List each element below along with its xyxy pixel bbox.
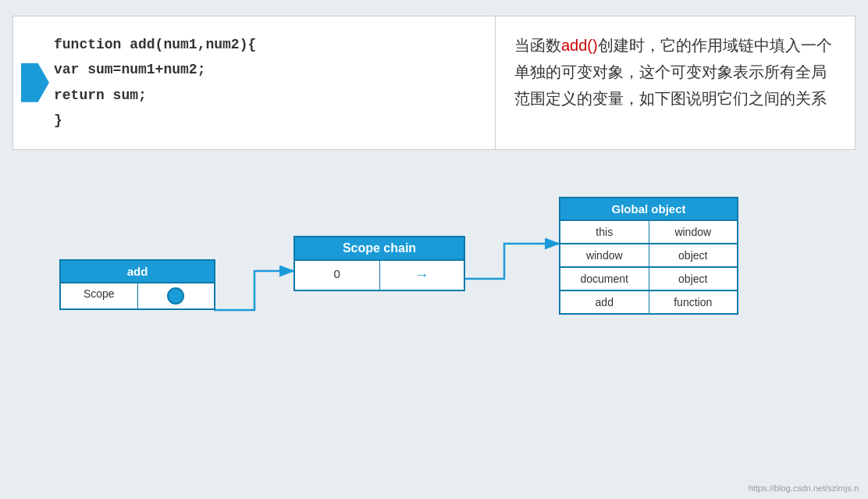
add-box-header: add [59, 259, 215, 283]
code-line-2: var sum=num1+num2; [54, 57, 256, 82]
global-row-4: add function [559, 291, 738, 315]
global-cell-this: this [560, 221, 649, 243]
scope-chain-arrow-icon: → [414, 267, 429, 283]
global-object-box: Global object this window window object … [559, 197, 738, 315]
diagram-section: add Scope Scope chain 0 → Global object [12, 173, 856, 408]
global-cell-window: window [649, 221, 738, 243]
scope-chain-index: 0 [295, 261, 380, 290]
add-box-row: Scope [59, 283, 215, 310]
top-section: function add(num1,num2){ var sum=num1+nu… [12, 16, 856, 150]
global-cell-document: document [560, 268, 649, 290]
scope-chain-header: Scope chain [293, 236, 465, 261]
watermark: https://blog.csdn.net/szimjs.n [749, 483, 859, 493]
global-cell-add: add [560, 291, 649, 313]
global-cell-window-key: window [560, 244, 649, 266]
add-function-box: add Scope [59, 259, 215, 310]
highlight-add: add() [561, 37, 598, 54]
global-row-1: this window [559, 221, 738, 244]
global-row-3: document object [559, 268, 738, 291]
code-line-4: } [54, 108, 256, 133]
global-row-2: window object [559, 244, 738, 268]
global-cell-object-2: object [649, 268, 738, 290]
scope-chain-box: Scope chain 0 → [293, 236, 465, 291]
scope-circle-icon [167, 287, 184, 305]
code-panel: function add(num1,num2){ var sum=num1+nu… [13, 16, 496, 149]
scope-chain-arrow-cell: → [380, 261, 464, 290]
code-line-1: function add(num1,num2){ [54, 32, 256, 57]
blue-arrow-icon [21, 63, 49, 102]
global-cell-object-1: object [649, 244, 738, 266]
add-scope-label: Scope [61, 283, 138, 308]
description-text: 当函数add()创建时，它的作用域链中填入一个单独的可变对象，这个可变对象表示所… [514, 37, 832, 107]
global-cell-function: function [649, 291, 738, 313]
scope-chain-row: 0 → [293, 261, 465, 291]
code-block: function add(num1,num2){ var sum=num1+nu… [54, 32, 256, 134]
add-scope-circle-cell [138, 283, 215, 308]
description-panel: 当函数add()创建时，它的作用域链中填入一个单独的可变对象，这个可变对象表示所… [496, 16, 855, 149]
code-line-3: return sum; [54, 83, 256, 108]
global-box-header: Global object [559, 197, 738, 221]
